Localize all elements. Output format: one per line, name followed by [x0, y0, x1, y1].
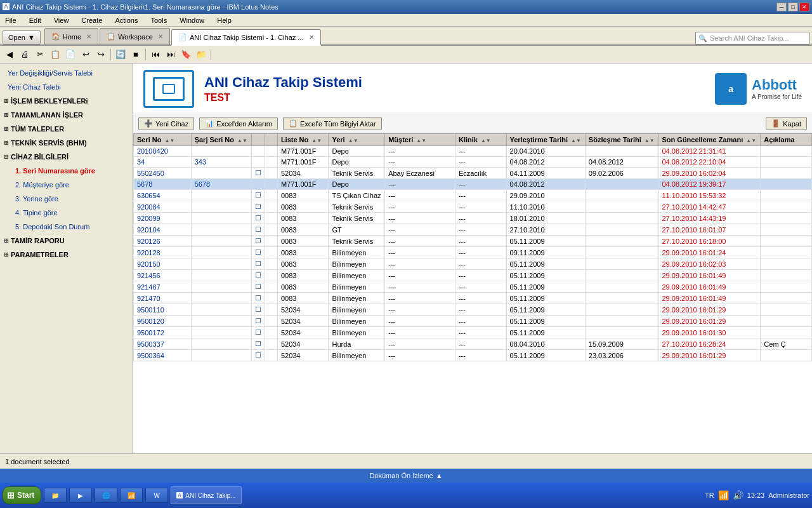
cell-icon1-7[interactable]: ☐	[251, 224, 265, 236]
cell-icon1-1[interactable]	[251, 157, 265, 168]
col-header-sarj[interactable]: Şarj Seri No ▲▼	[191, 134, 251, 146]
import-excel-button[interactable]: 📊 Excel'den Aktarım	[199, 117, 278, 130]
taskbar-files-button[interactable]: 📁	[44, 488, 67, 503]
col-header-yer[interactable]: Yeri ▲▼	[329, 134, 385, 146]
start-button[interactable]: ⊞ Start	[3, 486, 41, 504]
cell-icon1-2[interactable]: ☐	[251, 168, 265, 179]
close-view-button[interactable]: 🚪 Kapat	[766, 117, 807, 130]
table-row[interactable]: 5502450 ☐ 52034 Teknik Servis Abay Eczan…	[134, 168, 812, 179]
cell-seri-10[interactable]: 920150	[134, 258, 192, 270]
cell-seri-8[interactable]: 920126	[134, 236, 192, 247]
tab-ani-close[interactable]: ✕	[309, 34, 314, 41]
taskbar-app-ani[interactable]: 🅰 ANI Cihaz Takip...	[171, 486, 241, 504]
cell-seri-0[interactable]: 20100420	[134, 146, 192, 157]
table-row[interactable]: 920104 ☐ 0083 GT --- --- 27.10.2010 27.1…	[134, 224, 812, 236]
table-container[interactable]: Seri No ▲▼ Şarj Seri No ▲▼ Liste No ▲▼ Y…	[133, 133, 812, 453]
table-row[interactable]: 920084 ☐ 0083 Teknik Servis --- --- 11.1…	[134, 201, 812, 213]
sidebar-item-seri-numarasi[interactable]: 1. Seri Numarasına göre	[0, 164, 133, 178]
cell-icon1-5[interactable]: ☐	[251, 201, 265, 213]
back-button[interactable]: ◀	[3, 48, 16, 62]
tab-home-close[interactable]: ✕	[86, 33, 91, 40]
tab-workspace-close[interactable]: ✕	[158, 33, 163, 40]
nav-prev-button[interactable]: ⏮	[148, 48, 162, 62]
table-row[interactable]: 9500110 ☐ 52034 Bilinmeyen --- --- 05.11…	[134, 304, 812, 316]
sidebar-group-tamir-raporu[interactable]: ⊞ TAMİR RAPORU	[0, 234, 133, 248]
cell-seri-15[interactable]: 9500120	[134, 316, 192, 327]
table-row[interactable]: 921456 ☐ 0083 Bilinmeyen --- --- 05.11.2…	[134, 270, 812, 281]
taskbar-media-button[interactable]: ▶	[69, 488, 92, 503]
menu-window[interactable]: Window	[177, 15, 207, 25]
sidebar-group-tamamlanan[interactable]: ⊞ TAMAMLANAN İŞLER	[0, 108, 133, 122]
maximize-button[interactable]: □	[788, 3, 798, 11]
cut-button[interactable]: ✂	[33, 48, 47, 62]
table-row[interactable]: 920128 ☐ 0083 Bilinmeyen --- --- 09.11.2…	[134, 247, 812, 258]
search-box[interactable]: 🔍 Search ANI Cihaz Takip...	[695, 32, 809, 44]
cell-seri-17[interactable]: 9500337	[134, 338, 192, 350]
sidebar-item-tipine-gore[interactable]: 4. Tipine göre	[0, 206, 133, 220]
export-excel-button[interactable]: 📋 Excel'e Tüm Bilgiyi Aktar	[283, 117, 382, 130]
cell-seri-7[interactable]: 920104	[134, 224, 192, 236]
taskbar-word-button[interactable]: W	[145, 488, 168, 503]
cell-seri-3[interactable]: 5678	[134, 179, 192, 190]
menu-help[interactable]: Help	[214, 15, 234, 25]
col-header-musteri[interactable]: Müşteri ▲▼	[385, 134, 455, 146]
undo-button[interactable]: ↩	[79, 48, 93, 62]
sidebar-group-parametreler[interactable]: ⊞ PARAMETRELER	[0, 248, 133, 262]
sidebar-item-yeni-cihaz-talebi[interactable]: Yeni Cihaz Talebi	[0, 80, 133, 94]
sidebar-item-yerine-gore[interactable]: 3. Yerine göre	[0, 192, 133, 206]
tab-home[interactable]: 🏠 Home ✕	[44, 28, 98, 44]
cell-icon1-15[interactable]: ☐	[251, 316, 265, 327]
print-button[interactable]: 🖨	[18, 48, 32, 62]
table-row[interactable]: 920126 ☐ 0083 Teknik Servis --- --- 05.1…	[134, 236, 812, 247]
cell-icon1-9[interactable]: ☐	[251, 247, 265, 258]
bookmark-button[interactable]: 🔖	[179, 48, 193, 62]
cell-icon1-13[interactable]: ☐	[251, 293, 265, 304]
sidebar-group-islem-bekleyenler[interactable]: ⊞ İŞLEM BEKLEYENLERi	[0, 94, 133, 108]
sidebar-group-tum-talepler[interactable]: ⊞ TÜM TALEPLER	[0, 122, 133, 136]
cell-seri-6[interactable]: 920099	[134, 213, 192, 224]
sidebar-item-depodaki-son-durum[interactable]: 5. Depodaki Son Durum	[0, 220, 133, 234]
taskbar-browser-button[interactable]: 🌐	[95, 488, 117, 503]
open-button[interactable]: Open ▼	[3, 30, 41, 44]
cell-icon1-18[interactable]: ☐	[251, 350, 265, 361]
col-header-sozlesme[interactable]: Sözleşme Tarihi ▲▼	[585, 134, 658, 146]
table-row[interactable]: 921467 ☐ 0083 Bilinmeyen --- --- 05.11.2…	[134, 281, 812, 293]
sidebar-group-cihaz-bilgileri[interactable]: ⊟ CİHAZ BİLGİLERİ	[0, 150, 133, 164]
table-row[interactable]: 9500337 ☐ 52034 Hurda --- --- 08.04.2010…	[134, 338, 812, 350]
menu-actions[interactable]: Actions	[112, 15, 140, 25]
cell-icon1-0[interactable]	[251, 146, 265, 157]
menu-edit[interactable]: Edit	[27, 15, 44, 25]
sidebar-item-musteriye-gore[interactable]: 2. Müşteriye göre	[0, 178, 133, 192]
menu-create[interactable]: Create	[79, 15, 105, 25]
redo-button[interactable]: ↪	[94, 48, 108, 62]
cell-seri-11[interactable]: 921456	[134, 270, 192, 281]
table-row[interactable]: 34 343 M771.001F Depo --- --- 04.08.2012…	[134, 157, 812, 168]
col-header-seri[interactable]: Seri No ▲▼	[134, 134, 192, 146]
sidebar-group-teknik-servis[interactable]: ⊞ TEKNİK SERVİS (BHM)	[0, 136, 133, 150]
preview-bar[interactable]: Doküman Ön İzleme ▲	[0, 469, 812, 483]
cell-icon1-3[interactable]	[251, 179, 265, 190]
tab-ani[interactable]: 📄 ANI Cihaz Takip Sistemi - 1. Cihaz ...…	[171, 29, 321, 46]
taskbar-network-button[interactable]: 📶	[120, 488, 143, 503]
col-header-klinik[interactable]: Klinik ▲▼	[455, 134, 506, 146]
minimize-button[interactable]: ─	[776, 3, 787, 11]
col-header-yerlestirme[interactable]: Yerleştirme Tarihi ▲▼	[506, 134, 585, 146]
cell-icon1-16[interactable]: ☐	[251, 327, 265, 338]
close-button[interactable]: ✕	[799, 3, 809, 11]
cell-seri-14[interactable]: 9500110	[134, 304, 192, 316]
cell-seri-4[interactable]: 630654	[134, 190, 192, 201]
menu-file[interactable]: File	[3, 15, 19, 25]
refresh-button[interactable]: 🔄	[114, 48, 128, 62]
stop-button[interactable]: ■	[129, 48, 143, 62]
cell-icon1-12[interactable]: ☐	[251, 281, 265, 293]
cell-icon1-14[interactable]: ☐	[251, 304, 265, 316]
col-header-liste[interactable]: Liste No ▲▼	[277, 134, 329, 146]
cell-icon1-8[interactable]: ☐	[251, 236, 265, 247]
sidebar-item-yer-degisikligi[interactable]: Yer Değişikliği/Servis Talebi	[0, 66, 133, 80]
cell-icon1-17[interactable]: ☐	[251, 338, 265, 350]
table-row[interactable]: 9500364 ☐ 52034 Bilinmeyen --- --- 05.11…	[134, 350, 812, 361]
cell-icon1-10[interactable]: ☐	[251, 258, 265, 270]
new-device-button[interactable]: ➕ Yeni Cihaz	[138, 117, 194, 130]
cell-seri-13[interactable]: 921470	[134, 293, 192, 304]
paste-button[interactable]: 📄	[63, 48, 77, 62]
